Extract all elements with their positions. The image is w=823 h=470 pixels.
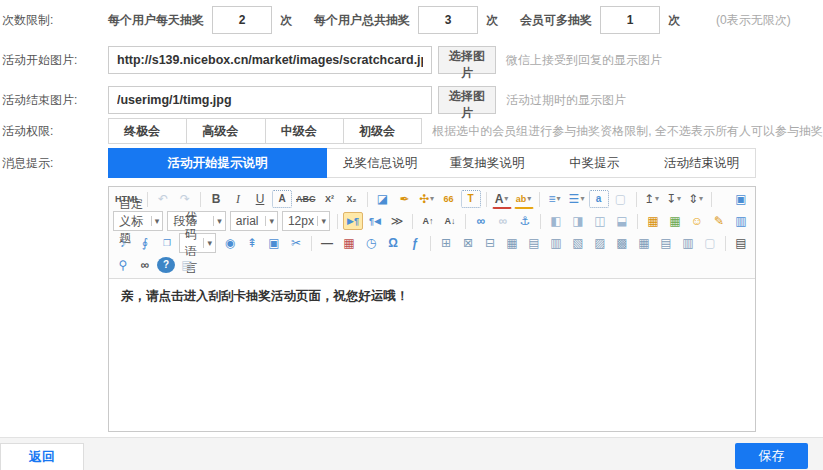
ordered-list-icon[interactable]: ≡ xyxy=(545,190,565,208)
paste-plain-icon[interactable]: T xyxy=(461,190,481,208)
size-combo[interactable]: 12px xyxy=(282,211,330,231)
limit-count-input[interactable] xyxy=(600,6,660,34)
end-image-input[interactable] xyxy=(108,86,432,114)
emoji-icon[interactable]: ☺ xyxy=(687,212,707,230)
insert-date-icon[interactable]: ▦ xyxy=(339,234,359,252)
uppercase-icon[interactable]: A↑ xyxy=(418,212,438,230)
editor-toolbar: HTML↶↷BIUAABCX²X₂◪✒✣66TAab≡☰a▢↥↧⇕▣ 自定义标题… xyxy=(109,187,755,279)
split-cells-icon[interactable]: ▥ xyxy=(546,234,566,252)
message-tab[interactable]: 中奖提示 xyxy=(541,149,648,177)
font-combo[interactable]: arial xyxy=(230,211,278,231)
blockquote-icon[interactable]: 66 xyxy=(439,190,459,208)
snapscreen-icon[interactable]: ✂ xyxy=(286,234,306,252)
lowercase-icon[interactable]: A↓ xyxy=(440,212,460,230)
format-brush-icon[interactable]: ✒ xyxy=(395,190,415,208)
delete-col-icon[interactable]: ▦ xyxy=(634,234,654,252)
delete-row-icon[interactable]: ▨ xyxy=(590,234,610,252)
merge-cells-icon[interactable]: ▤ xyxy=(524,234,544,252)
subscript-icon[interactable]: X₂ xyxy=(342,190,362,208)
permission-hint: 根据选中的会员组进行参与抽奖资格限制, 全不选表示所有人可以参与抽奖 xyxy=(432,123,823,140)
search-replace-icon[interactable]: ⚲ xyxy=(113,256,133,274)
attachment-icon[interactable]: ∮ xyxy=(135,234,155,252)
formula-icon[interactable]: ƒ xyxy=(405,234,425,252)
paste-icon: ▤ xyxy=(177,256,197,274)
indent-icon[interactable]: ≫ xyxy=(387,212,407,230)
insert-table-icon[interactable]: ⊞ xyxy=(436,234,456,252)
back-button[interactable]: 返回 xyxy=(0,443,84,470)
font-color-icon[interactable]: A xyxy=(492,190,512,209)
line-spacing-icon[interactable]: ⇕ xyxy=(686,190,706,208)
limit-count-input[interactable] xyxy=(212,6,272,34)
rtl-paragraph-icon[interactable]: ¶◀ xyxy=(365,212,385,230)
member-level-button[interactable]: 高级会员 xyxy=(186,118,265,144)
start-image-input[interactable] xyxy=(108,46,432,74)
multi-image-icon[interactable]: ▦ xyxy=(665,212,685,230)
merge-down-icon[interactable]: ▥ xyxy=(678,234,698,252)
paragraph-spacing-icon[interactable]: ↧ xyxy=(664,190,684,208)
table-caption-icon[interactable]: ⊟ xyxy=(480,234,500,252)
message-tab[interactable]: 兑奖信息说明 xyxy=(326,149,433,177)
start-image-select-button[interactable]: 选择图片 xyxy=(438,46,496,74)
limit-text: 每个用户总共抽奖 xyxy=(314,12,410,29)
insert-code-icon[interactable]: ❐ xyxy=(157,234,177,252)
horizontal-rule-icon[interactable]: — xyxy=(317,234,337,252)
scrawl-icon[interactable]: ✎ xyxy=(709,212,729,230)
font-border-icon[interactable]: A xyxy=(272,190,292,208)
music-icon[interactable]: ♪ xyxy=(113,234,133,252)
image-align-default-icon[interactable]: ◧ xyxy=(546,212,566,230)
footer-bar: 返回 保存 xyxy=(0,437,823,470)
table-title-icon[interactable]: ▦ xyxy=(502,234,522,252)
find-icon[interactable]: ∞ xyxy=(135,256,155,274)
pagebreak-icon[interactable]: ⇞ xyxy=(242,234,262,252)
toolbar-row-4: ⚲∞?▤ xyxy=(113,254,751,276)
editor-content[interactable]: 亲，请点击进入刮刮卡抽奖活动页面，祝您好运哦！ xyxy=(109,279,755,431)
message-tab[interactable]: 活动开始提示说明 xyxy=(108,148,327,178)
member-level-button[interactable]: 中级会员 xyxy=(265,118,344,144)
special-char-icon[interactable]: Ω xyxy=(383,234,403,252)
indent-first-icon[interactable]: ↥ xyxy=(642,190,662,208)
insert-image-icon[interactable]: ▦ xyxy=(643,212,663,230)
iframe-icon[interactable]: ▣ xyxy=(264,234,284,252)
anchor-label-icon[interactable]: a xyxy=(589,190,609,208)
fullscreen-icon[interactable]: ▣ xyxy=(731,190,751,208)
merge-right-icon[interactable]: ▤ xyxy=(656,234,676,252)
italic-icon[interactable]: I xyxy=(228,190,248,208)
strikethrough-icon[interactable]: ABC xyxy=(294,190,318,208)
auto-typeset-icon[interactable]: ✣ xyxy=(417,190,437,208)
bold-icon[interactable]: B xyxy=(206,190,226,208)
image-align-left-icon[interactable]: ◨ xyxy=(568,212,588,230)
style-combo[interactable]: 自定义标题 xyxy=(113,211,163,231)
superscript-icon[interactable]: X² xyxy=(320,190,340,208)
insert-row-icon[interactable]: ▧ xyxy=(568,234,588,252)
limit-text: 每个用户每天抽奖 xyxy=(108,12,204,29)
limit-count-input[interactable] xyxy=(418,6,478,34)
toolbar-separator xyxy=(465,214,466,229)
limit-unit: 次 xyxy=(668,12,680,29)
insert-time-icon[interactable]: ◷ xyxy=(361,234,381,252)
link-icon[interactable]: ∞ xyxy=(471,212,491,230)
help-icon[interactable]: ? xyxy=(157,257,175,273)
anchor-icon[interactable]: ⚓ xyxy=(515,212,535,230)
end-image-select-button[interactable]: 选择图片 xyxy=(438,86,496,114)
message-tab[interactable]: 活动结束说明 xyxy=(648,149,755,177)
code-combo[interactable]: 代码语言 xyxy=(179,233,216,253)
draw-limits-row: 次数限制: 每个用户每天抽奖次每个用户总共抽奖次会员可多抽奖次 (0表示无限次) xyxy=(0,6,823,34)
message-tab[interactable]: 重复抽奖说明 xyxy=(433,149,540,177)
delete-table-icon[interactable]: ⊠ xyxy=(458,234,478,252)
image-align-inline-icon[interactable]: ◫ xyxy=(590,212,610,230)
start-image-row: 活动开始图片: 选择图片 微信上接受到回复的显示图片 xyxy=(0,46,823,76)
unordered-list-icon[interactable]: ☰ xyxy=(567,190,587,208)
underline-icon[interactable]: U xyxy=(250,190,270,208)
ltr-paragraph-icon[interactable]: ▶¶ xyxy=(343,212,363,230)
image-align-center-icon[interactable]: ⬓ xyxy=(612,212,632,230)
insert-col-icon[interactable]: ▩ xyxy=(612,234,632,252)
highlight-color-icon[interactable]: ab xyxy=(514,190,534,209)
print-icon[interactable]: ▤ xyxy=(731,234,751,252)
member-level-button[interactable]: 终极会员 xyxy=(108,118,187,144)
member-level-button[interactable]: 初级会员 xyxy=(343,118,422,144)
end-image-hint: 活动过期时的显示图片 xyxy=(506,92,626,109)
map-icon[interactable]: ◉ xyxy=(220,234,240,252)
save-button[interactable]: 保存 xyxy=(735,443,808,469)
eraser-icon[interactable]: ◪ xyxy=(373,190,393,208)
insert-video-icon[interactable]: ▥ xyxy=(731,212,751,230)
